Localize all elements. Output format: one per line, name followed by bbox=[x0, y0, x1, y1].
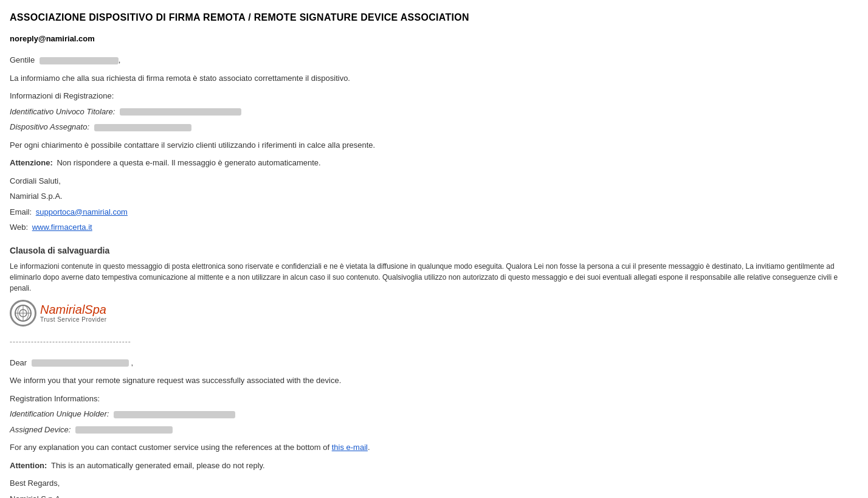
redacted-name-it bbox=[40, 57, 119, 64]
italian-section: Gentile , La informiamo che alla sua ric… bbox=[10, 54, 858, 327]
logo-brand-black-it: Namirial bbox=[40, 303, 84, 316]
sender-email: noreply@namirial.com bbox=[10, 34, 858, 43]
namirial-logo-italian: NamirialSpa Trust Service Provider bbox=[10, 300, 858, 327]
italian-signature: Cordiali Saluti, Namirial S.p.A. Email: … bbox=[10, 175, 858, 233]
english-section: Dear , We inform you that your remote si… bbox=[10, 357, 858, 499]
english-attention: Attention: This is an automatically gene… bbox=[10, 460, 858, 472]
redacted-id-it bbox=[120, 108, 241, 116]
redacted-name-en bbox=[32, 359, 129, 367]
english-contact: For any explanation you can contact cust… bbox=[10, 441, 858, 454]
italian-attention: Attenzione: Non rispondere a questa e-ma… bbox=[10, 157, 858, 169]
english-signature: Best Regards, Namirial S.p.A. Email: sup… bbox=[10, 477, 858, 498]
english-body1: We inform you that your remote signature… bbox=[10, 375, 858, 387]
italian-contact: Per ogni chiarimento è possibile contatt… bbox=[10, 139, 858, 151]
italian-email-link[interactable]: supportoca@namirial.com bbox=[36, 207, 128, 216]
english-email-ref-link[interactable]: this e-mail bbox=[332, 443, 368, 452]
english-greeting: Dear , bbox=[10, 357, 858, 369]
redacted-id-en bbox=[114, 411, 235, 418]
italian-safeguard: Clausola di salvaguardia Le informazioni… bbox=[10, 244, 858, 294]
email-separator: ---------------------------------------- bbox=[10, 337, 858, 346]
logo-tagline-it: Trust Service Provider bbox=[40, 316, 107, 323]
italian-body1: La informiamo che alla sua richiesta di … bbox=[10, 72, 858, 85]
email-title: ASSOCIAZIONE DISPOSITIVO DI FIRMA REMOTA… bbox=[10, 12, 858, 23]
italian-greeting: Gentile , bbox=[10, 54, 858, 66]
redacted-device-it bbox=[94, 124, 191, 131]
logo-brand-red-it: Spa bbox=[84, 303, 106, 316]
italian-info: Informazioni di Registrazione: Identific… bbox=[10, 90, 858, 133]
redacted-device-en bbox=[75, 426, 173, 434]
italian-web-link[interactable]: www.firmacerta.it bbox=[32, 223, 92, 232]
logo-circle-it bbox=[10, 300, 36, 327]
english-info: Registration Informations: Identificatio… bbox=[10, 393, 858, 436]
